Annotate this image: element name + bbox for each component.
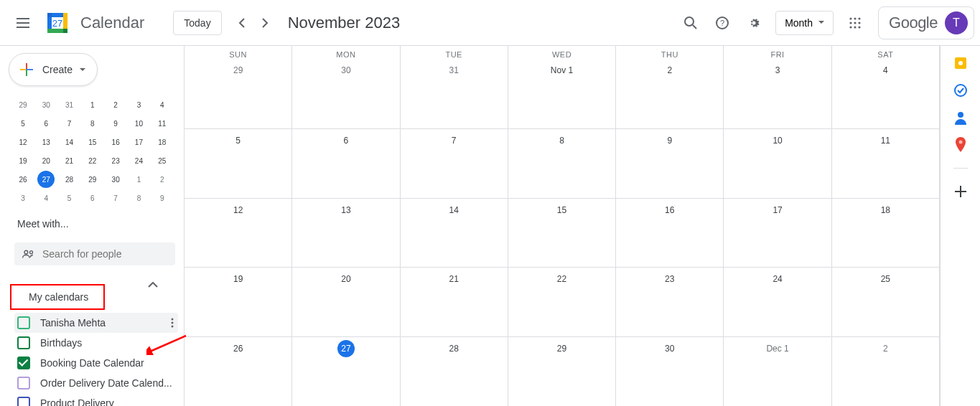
mini-cal-day[interactable]: 30 — [37, 96, 55, 113]
day-number[interactable]: 27 — [337, 340, 355, 357]
mini-cal-day[interactable]: 14 — [61, 133, 78, 151]
mini-cal-day[interactable]: 31 — [61, 96, 78, 113]
mini-cal-day[interactable]: 27 — [37, 171, 55, 188]
day-cell[interactable]: 20 — [292, 268, 400, 336]
settings-button[interactable] — [739, 9, 768, 37]
day-number[interactable]: 9 — [661, 132, 678, 149]
mini-cal-day[interactable]: 11 — [154, 115, 171, 132]
mini-cal-day[interactable]: 16 — [107, 133, 124, 151]
mini-cal-day[interactable]: 5 — [61, 189, 78, 207]
day-cell[interactable]: 19 — [185, 268, 292, 336]
mini-cal-day[interactable]: 22 — [84, 152, 101, 169]
day-cell[interactable]: 5 — [185, 129, 292, 198]
calendar-checkbox[interactable] — [17, 316, 30, 329]
account-box[interactable]: Google T — [878, 6, 974, 39]
day-number[interactable]: 16 — [661, 202, 678, 219]
mini-cal-day[interactable]: 29 — [84, 171, 101, 188]
day-cell[interactable]: 30 — [292, 59, 400, 128]
avatar[interactable]: T — [945, 11, 968, 34]
mini-cal-day[interactable]: 28 — [61, 171, 78, 188]
create-button[interactable]: Create — [9, 53, 98, 86]
day-cell[interactable]: 21 — [401, 268, 508, 336]
mini-cal-day[interactable]: 8 — [130, 189, 147, 207]
mini-cal-day[interactable]: 3 — [14, 189, 32, 207]
day-number[interactable]: 15 — [553, 202, 570, 219]
mini-cal-day[interactable]: 10 — [130, 115, 147, 132]
day-number[interactable]: 28 — [445, 340, 462, 357]
day-cell[interactable]: 17 — [724, 199, 831, 268]
calendar-options-button[interactable] — [171, 318, 174, 328]
day-number[interactable]: 12 — [230, 202, 247, 219]
mini-cal-day[interactable]: 6 — [84, 189, 101, 207]
mini-cal-day[interactable]: 20 — [37, 152, 55, 169]
day-cell[interactable]: 26 — [185, 337, 292, 406]
day-cell[interactable]: 24 — [724, 268, 831, 336]
day-number[interactable]: 7 — [445, 132, 462, 149]
day-number[interactable]: Dec 1 — [766, 340, 788, 357]
day-number[interactable]: 29 — [230, 62, 247, 79]
day-number[interactable]: 3 — [769, 62, 786, 79]
mini-cal-day[interactable]: 30 — [107, 171, 124, 188]
mini-cal-day[interactable]: 18 — [154, 133, 171, 151]
day-number[interactable]: 23 — [661, 270, 678, 288]
day-cell[interactable]: 14 — [401, 199, 508, 268]
mini-cal-day[interactable]: 4 — [37, 189, 55, 207]
day-number[interactable]: 29 — [553, 340, 570, 357]
apps-button[interactable] — [841, 9, 869, 37]
day-number[interactable]: 19 — [230, 270, 247, 288]
day-number[interactable]: 20 — [337, 270, 355, 288]
day-number[interactable]: 2 — [661, 62, 678, 79]
mini-cal-day[interactable]: 3 — [130, 96, 147, 113]
mini-cal-day[interactable]: 2 — [154, 171, 171, 188]
mini-cal-day[interactable]: 12 — [14, 133, 32, 151]
day-number[interactable]: 14 — [445, 202, 462, 219]
mini-cal-day[interactable]: 2 — [107, 96, 124, 113]
maps-icon[interactable] — [953, 138, 968, 152]
calendar-item[interactable]: Order Delivery Date Calend... — [14, 373, 178, 393]
mini-cal-day[interactable]: 15 — [84, 133, 101, 151]
calendar-checkbox[interactable] — [17, 397, 30, 406]
day-number[interactable]: 11 — [877, 132, 894, 149]
mini-cal-day[interactable]: 6 — [37, 115, 55, 132]
prev-month-button[interactable] — [230, 11, 253, 34]
mini-cal-day[interactable]: 23 — [107, 152, 124, 169]
mini-cal-day[interactable]: 26 — [14, 171, 32, 188]
calendar-item[interactable]: Product Delivery — [14, 393, 178, 406]
mini-cal-day[interactable]: 25 — [154, 152, 171, 169]
day-number[interactable]: 31 — [445, 62, 462, 79]
search-people-input[interactable] — [42, 248, 168, 260]
day-cell[interactable]: 6 — [292, 129, 400, 198]
calendar-checkbox[interactable] — [17, 357, 30, 369]
day-number[interactable]: Nov 1 — [551, 62, 573, 79]
day-number[interactable]: 8 — [553, 132, 570, 149]
day-number[interactable]: 4 — [877, 62, 894, 79]
calendar-checkbox[interactable] — [17, 377, 30, 390]
day-number[interactable]: 6 — [337, 132, 355, 149]
chevron-up-icon[interactable] — [148, 282, 158, 288]
day-cell[interactable]: 31 — [401, 59, 508, 128]
day-cell[interactable]: 4 — [832, 59, 940, 128]
search-button[interactable] — [676, 9, 705, 37]
day-cell[interactable]: 11 — [832, 129, 940, 198]
logo[interactable]: 27 Calendar — [40, 9, 144, 37]
search-people[interactable] — [14, 242, 175, 265]
day-cell[interactable]: 29 — [508, 337, 616, 406]
day-number[interactable]: 30 — [661, 340, 678, 357]
day-cell[interactable]: Nov 1 — [508, 59, 616, 128]
day-cell[interactable]: 12 — [185, 199, 292, 268]
calendar-item[interactable]: Tanisha Mehta — [14, 313, 178, 333]
mini-cal-day[interactable]: 29 — [14, 96, 32, 113]
day-cell[interactable]: 16 — [616, 199, 724, 268]
mini-cal-day[interactable]: 1 — [130, 171, 147, 188]
tasks-icon[interactable] — [953, 83, 968, 98]
keep-icon[interactable] — [953, 56, 968, 70]
mini-cal-day[interactable]: 17 — [130, 133, 147, 151]
mini-calendar[interactable]: 2930311234567891011121314151617181920212… — [0, 93, 184, 207]
day-cell[interactable]: 7 — [401, 129, 508, 198]
day-cell[interactable]: 2 — [832, 337, 940, 406]
day-cell[interactable]: 25 — [832, 268, 940, 336]
calendar-item[interactable]: Booking Date Calendar — [14, 353, 178, 373]
day-number[interactable]: 30 — [337, 62, 355, 79]
day-number[interactable]: 5 — [230, 132, 247, 149]
contacts-icon[interactable] — [953, 110, 968, 125]
